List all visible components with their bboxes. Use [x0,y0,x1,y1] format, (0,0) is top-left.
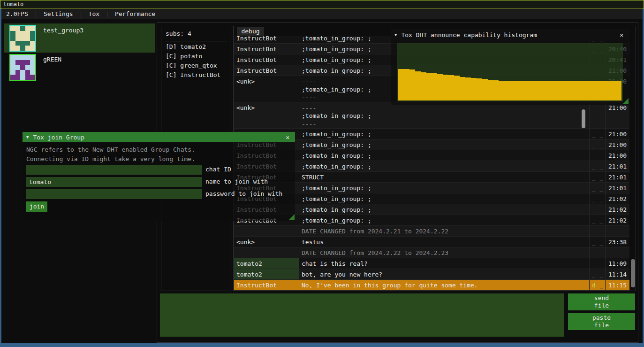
avatar-pixel [30,31,35,36]
group-avatar [9,54,36,81]
tab-debug[interactable]: debug [237,27,264,36]
delivery-flags: _ _ [589,183,605,193]
avatar-pixel [30,70,35,75]
resize-grip[interactable] [288,214,295,220]
avatar-pixel [20,55,25,60]
avatar-pixel [10,46,15,51]
avatar-pixel [10,36,15,41]
delivery-flags: _ _ [589,102,605,128]
delivery-flags: _ _ [589,172,605,182]
message-sender: InstructBot [234,280,299,290]
delivery-flags: _ _ [589,129,605,139]
avatar-pixel [20,75,25,80]
join-name-label: name to join with [205,178,268,185]
menu-settings[interactable]: Settings [36,9,81,19]
histogram-bar [605,81,611,100]
sidebar-item-green[interactable]: gREEN [4,53,155,82]
histogram-bar [421,72,426,100]
member-instructbot[interactable]: [C] InstructBot [166,71,220,78]
message-time: 11:15 [605,280,629,290]
message-time: 21:01 [605,183,629,193]
message-text: ;tomato_in_group: ; [299,161,589,171]
avatar-pixel [10,75,15,80]
join-password-input[interactable] [26,189,202,199]
dht-histogram-titlebar[interactable]: ▼ Tox DHT announce capability histogram … [391,29,629,40]
message-sender: <unk> [234,102,299,128]
collapse-icon[interactable]: ▼ [26,135,29,139]
close-icon[interactable]: ✕ [284,134,291,141]
join-group-window: ▼ Tox join Group ✕ NGC refers to the New… [23,132,295,221]
delivery-flags: _ _ [589,161,605,171]
chat-message-row[interactable]: tomato2chat is this real?_ _11:09 [234,258,629,269]
date-separator-row[interactable]: DATE CHANGED from 2024.2.22 to 2024.2.23 [234,247,629,258]
message-time: 21:00 [605,139,629,150]
message-sender: InstructBot [234,54,299,65]
avatar-pixel [20,41,25,46]
dht-histogram-window: ▼ Tox DHT announce capability histogram … [391,29,629,105]
message-sender: <unk> [234,76,299,102]
window-titlebar[interactable]: tomato [0,0,644,8]
message-cell-scrollbar[interactable] [582,109,585,128]
histogram-bar [432,73,437,100]
message-text: ---- ;tomato_in_group: ; ---- [299,102,589,128]
message-time: 21:01 [605,161,629,171]
chat-id-label: chat ID [205,166,231,173]
join-password-label: password to join with [205,190,282,197]
sidebar-item-test-group3[interactable]: test_group3 [4,23,155,53]
histogram-bar [465,77,471,100]
histogram-bar [499,81,504,100]
avatar-pixel [30,75,35,80]
avatar-pixel [25,36,30,41]
histogram-bar [577,81,583,100]
chat-message-row[interactable]: InstructBotNo, I've been in this group f… [234,280,629,291]
avatar-pixel [25,55,30,60]
histogram-bar [566,81,571,100]
join-name-input[interactable]: tomato [26,177,202,187]
avatar-pixel [20,46,25,51]
send-file-button[interactable]: send file [568,293,635,310]
delivery-flags: _ _ [589,139,605,150]
avatar-pixel [25,65,30,70]
menu-tox[interactable]: Tox [81,9,107,19]
join-group-titlebar[interactable]: ▼ Tox join Group ✕ [23,132,295,142]
paste-file-button[interactable]: paste file [568,313,635,330]
message-sender: tomato2 [234,269,299,279]
member-green-qtox[interactable]: [C] green_qtox [166,62,217,69]
histogram-bar [549,81,554,100]
histogram-bar [616,81,621,100]
chat-message-row[interactable]: tomato2bot, are you new here?_ _11:14 [234,269,629,280]
chat-id-input[interactable] [26,165,202,175]
message-input[interactable] [160,293,564,337]
delivery-flags: _ _ [589,237,605,247]
dht-histogram-plot [397,43,623,101]
histogram-bar [560,81,566,100]
avatar-pixel [30,26,35,31]
chat-message-row[interactable]: <unk>---- ;tomato_in_group: ; ----_ _21:… [234,102,629,129]
chat-scrollbar[interactable] [631,259,635,287]
menu-performance[interactable]: Performance [107,9,163,19]
delivery-flags [589,247,605,258]
join-button[interactable]: join [26,201,47,212]
date-separator-row[interactable]: DATE CHANGED from 2024.2.21 to 2024.2.22 [234,226,629,237]
collapse-icon[interactable]: ▼ [394,32,397,37]
avatar-pixel [15,36,21,41]
chat-message-row[interactable]: <unk>testus_ _23:38 [234,237,629,247]
message-text: testus [299,237,589,247]
avatar-pixel [25,41,30,46]
delivery-flags: _ _ [589,258,605,269]
message-text: ;tomato_in_group: ; [299,150,589,161]
histogram-bar [610,81,616,100]
histogram-bar [443,75,448,100]
resize-grip[interactable] [622,98,629,104]
message-text: ;tomato_in_group: ; [299,193,589,204]
histogram-bar [448,75,454,100]
message-time [605,226,629,236]
member-tomato2[interactable]: [D] tomato2 [166,43,206,50]
close-icon[interactable]: ✕ [618,31,625,39]
message-text: STRUCT [299,172,589,182]
avatar-pixel [10,31,15,36]
avatar-pixel [20,65,25,70]
member-potato[interactable]: [C] potato [166,53,202,60]
message-text: No, I've been in this group for quite so… [299,280,589,290]
avatar-pixel [25,46,30,51]
